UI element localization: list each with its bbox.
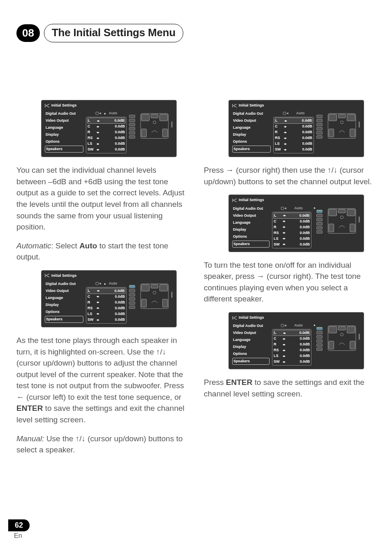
osd-level-slider <box>129 123 135 126</box>
osd-menu-item: Digital Audio Out <box>232 323 270 329</box>
osd-level-slider <box>316 123 323 126</box>
osd-level-list: L◂▸0.0dBC◂▸0.0dBR◂▸0.0dBRS◂▸0.0dBLS◂▸0.0… <box>86 287 127 324</box>
osd-channel-row: LS◂▸0.0dB <box>275 141 312 146</box>
svg-point-36 <box>340 333 343 336</box>
osd-level-slider <box>316 115 323 118</box>
osd-channel-row: R◂▸0.0dB <box>88 130 125 135</box>
right-column: Initial Settings Digital Audio OutVideo … <box>204 100 372 463</box>
osd-channel-row: RS◂▸0.0dB <box>275 135 312 141</box>
svg-rect-37 <box>329 341 334 350</box>
osd-channel-row: RS◂▸0.0dB <box>88 306 125 311</box>
osd-menu-item: Options <box>232 139 271 145</box>
osd-menu-item: Language <box>45 295 83 301</box>
osd-menu-item: Video Output <box>232 213 270 219</box>
osd-level-list: L◂▸0.0dBC◂▸0.0dBR◂▸0.0dBRS◂▸0.0dBLS◂▸0.0… <box>272 329 311 366</box>
osd-mode-row: ▢◂Auto <box>272 323 311 328</box>
svg-rect-33 <box>329 327 337 333</box>
back-arrow-icon <box>232 316 237 320</box>
osd-channel-row: LS◂▸0.0dB <box>274 353 310 359</box>
osd-menu-item: Video Output <box>45 288 83 294</box>
up-down-arrow-icon: ↑/↓ <box>76 434 85 443</box>
osd-slider-column <box>129 115 135 139</box>
osd-menu-item: Speakers <box>45 316 83 323</box>
room-diagram-icon <box>136 281 173 314</box>
osd-channel-row: L◂▸0.0dB <box>87 118 125 124</box>
emphasis: Automatic <box>16 241 51 250</box>
up-triangle-icon <box>104 281 106 286</box>
osd-menu: Digital Audio OutVideo OutputLanguageDis… <box>45 111 83 153</box>
osd-channel-row: SW◂▸0.0dB <box>274 242 310 247</box>
back-arrow-icon <box>45 104 50 108</box>
emphasis: Manual: <box>16 434 44 443</box>
osd-mode-row: ▢◂Auto <box>272 206 311 211</box>
chapter-number-badge: 08 <box>16 24 40 42</box>
body-text: As the test tone plays through each spea… <box>16 335 185 425</box>
osd-channel-row: SW◂▸0.0dB <box>274 359 310 364</box>
svg-point-12 <box>153 291 156 294</box>
osd-channel-row: SW◂▸0.0dB <box>88 147 125 152</box>
osd-mode-label: Auto <box>109 111 118 116</box>
osd-level-list: L◂▸0.0dBC◂▸0.0dBR◂▸0.0dBRS◂▸0.0dBLS◂▸0.0… <box>272 212 311 248</box>
page-language: En <box>14 532 30 540</box>
osd-menu-item: Digital Audio Out <box>232 111 271 117</box>
left-column: Initial Settings Digital Audio OutVideo … <box>16 100 185 463</box>
svg-rect-39 <box>359 334 360 340</box>
osd-channel-row: L◂▸0.0dB <box>87 288 125 294</box>
svg-rect-7 <box>171 122 173 127</box>
osd-level-slider <box>316 135 323 139</box>
speaker-icon: ▢◂ <box>95 111 101 116</box>
svg-rect-30 <box>350 224 355 232</box>
osd-slider-column <box>129 285 135 309</box>
osd-level-slider <box>316 226 323 229</box>
body-text: You can set the individual channel level… <box>16 164 185 232</box>
osd-menu-item: Video Output <box>45 118 83 124</box>
svg-rect-6 <box>163 129 168 137</box>
osd-level-slider <box>316 348 323 351</box>
svg-rect-5 <box>141 129 146 137</box>
osd-menu-item: Digital Audio Out <box>45 111 83 117</box>
osd-level-slider <box>316 327 323 330</box>
osd-level-slider <box>316 335 323 338</box>
osd-menu-item: Display <box>45 302 83 308</box>
body-text: Press ENTER to save the settings and exi… <box>204 377 372 399</box>
osd-level-slider <box>316 127 323 130</box>
osd-screenshot: Initial Settings Digital Audio OutVideo … <box>41 270 177 327</box>
osd-level-slider <box>129 297 135 301</box>
osd-channel-row: C◂▸0.0dB <box>274 219 310 224</box>
osd-channel-row: C◂▸0.0dB <box>275 124 312 129</box>
osd-mode-row: ▢◂Auto <box>273 111 314 116</box>
svg-rect-25 <box>329 209 337 215</box>
osd-level-slider <box>316 230 323 234</box>
osd-menu-item: Language <box>232 337 270 343</box>
back-arrow-icon <box>232 198 237 202</box>
speaker-icon: ▢◂ <box>281 206 286 211</box>
svg-rect-38 <box>350 341 355 350</box>
osd-channel-row: R◂▸0.0dB <box>275 130 312 135</box>
osd-menu: Digital Audio OutVideo OutputLanguageDis… <box>232 323 270 366</box>
svg-point-20 <box>340 121 343 124</box>
osd-level-slider <box>129 306 135 309</box>
osd-level-slider <box>316 214 323 217</box>
osd-menu-item: Display <box>232 227 270 233</box>
osd-level-slider <box>129 119 135 122</box>
svg-rect-26 <box>347 209 355 215</box>
svg-rect-17 <box>329 114 337 121</box>
osd-level-slider <box>316 131 323 134</box>
osd-menu-item: Display <box>232 132 271 138</box>
osd-level-slider <box>316 343 323 347</box>
osd-channel-row: C◂▸0.0dB <box>88 294 125 299</box>
osd-screenshot: Initial Settings Digital Audio OutVideo … <box>228 100 364 157</box>
osd-channel-row: L◂▸0.0dB <box>274 118 313 124</box>
svg-rect-3 <box>151 114 158 118</box>
speaker-icon: ▢◂ <box>283 111 288 116</box>
osd-channel-row: SW◂▸0.0dB <box>88 317 125 322</box>
svg-rect-21 <box>329 129 334 137</box>
osd-menu-item: Digital Audio Out <box>232 206 270 212</box>
osd-menu-item: Speakers <box>232 146 271 153</box>
osd-level-slider <box>129 115 135 118</box>
svg-rect-1 <box>141 114 150 121</box>
osd-channel-row: LS◂▸0.0dB <box>88 141 125 146</box>
svg-rect-15 <box>171 292 173 297</box>
body-text: To turn the test tone on/off for an indi… <box>204 259 372 305</box>
svg-rect-34 <box>347 327 355 333</box>
